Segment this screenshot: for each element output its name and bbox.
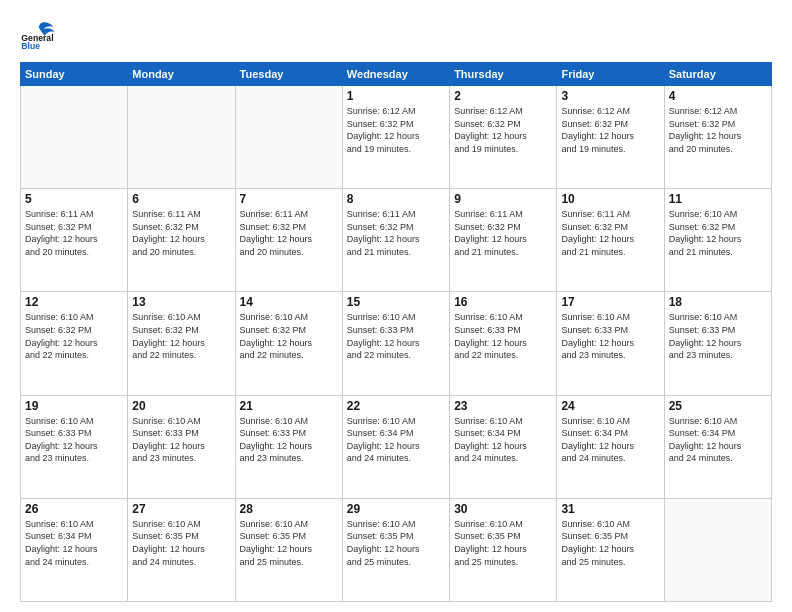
day-cell-27: 27Sunrise: 6:10 AM Sunset: 6:35 PM Dayli…: [128, 498, 235, 601]
day-number: 22: [347, 399, 445, 413]
logo: General Blue: [20, 16, 60, 52]
day-info: Sunrise: 6:10 AM Sunset: 6:34 PM Dayligh…: [25, 518, 123, 568]
day-info: Sunrise: 6:10 AM Sunset: 6:34 PM Dayligh…: [347, 415, 445, 465]
empty-cell: [664, 498, 771, 601]
day-info: Sunrise: 6:11 AM Sunset: 6:32 PM Dayligh…: [347, 208, 445, 258]
day-cell-28: 28Sunrise: 6:10 AM Sunset: 6:35 PM Dayli…: [235, 498, 342, 601]
day-cell-22: 22Sunrise: 6:10 AM Sunset: 6:34 PM Dayli…: [342, 395, 449, 498]
day-cell-4: 4Sunrise: 6:12 AM Sunset: 6:32 PM Daylig…: [664, 86, 771, 189]
day-cell-2: 2Sunrise: 6:12 AM Sunset: 6:32 PM Daylig…: [450, 86, 557, 189]
week-row-4: 19Sunrise: 6:10 AM Sunset: 6:33 PM Dayli…: [21, 395, 772, 498]
day-number: 6: [132, 192, 230, 206]
day-cell-5: 5Sunrise: 6:11 AM Sunset: 6:32 PM Daylig…: [21, 189, 128, 292]
day-info: Sunrise: 6:10 AM Sunset: 6:32 PM Dayligh…: [240, 311, 338, 361]
day-info: Sunrise: 6:12 AM Sunset: 6:32 PM Dayligh…: [454, 105, 552, 155]
day-info: Sunrise: 6:11 AM Sunset: 6:32 PM Dayligh…: [561, 208, 659, 258]
day-cell-25: 25Sunrise: 6:10 AM Sunset: 6:34 PM Dayli…: [664, 395, 771, 498]
empty-cell: [235, 86, 342, 189]
day-info: Sunrise: 6:10 AM Sunset: 6:35 PM Dayligh…: [240, 518, 338, 568]
header: General Blue: [20, 16, 772, 52]
day-info: Sunrise: 6:10 AM Sunset: 6:33 PM Dayligh…: [347, 311, 445, 361]
week-row-2: 5Sunrise: 6:11 AM Sunset: 6:32 PM Daylig…: [21, 189, 772, 292]
day-cell-17: 17Sunrise: 6:10 AM Sunset: 6:33 PM Dayli…: [557, 292, 664, 395]
day-cell-11: 11Sunrise: 6:10 AM Sunset: 6:32 PM Dayli…: [664, 189, 771, 292]
day-number: 15: [347, 295, 445, 309]
day-info: Sunrise: 6:10 AM Sunset: 6:33 PM Dayligh…: [240, 415, 338, 465]
weekday-header-thursday: Thursday: [450, 63, 557, 86]
day-number: 7: [240, 192, 338, 206]
day-info: Sunrise: 6:10 AM Sunset: 6:35 PM Dayligh…: [454, 518, 552, 568]
day-cell-9: 9Sunrise: 6:11 AM Sunset: 6:32 PM Daylig…: [450, 189, 557, 292]
day-number: 26: [25, 502, 123, 516]
weekday-header-tuesday: Tuesday: [235, 63, 342, 86]
day-info: Sunrise: 6:10 AM Sunset: 6:33 PM Dayligh…: [454, 311, 552, 361]
day-info: Sunrise: 6:10 AM Sunset: 6:33 PM Dayligh…: [25, 415, 123, 465]
day-info: Sunrise: 6:10 AM Sunset: 6:32 PM Dayligh…: [132, 311, 230, 361]
weekday-header-monday: Monday: [128, 63, 235, 86]
day-cell-7: 7Sunrise: 6:11 AM Sunset: 6:32 PM Daylig…: [235, 189, 342, 292]
day-info: Sunrise: 6:10 AM Sunset: 6:32 PM Dayligh…: [25, 311, 123, 361]
day-cell-8: 8Sunrise: 6:11 AM Sunset: 6:32 PM Daylig…: [342, 189, 449, 292]
svg-text:Blue: Blue: [21, 41, 40, 51]
weekday-header-row: SundayMondayTuesdayWednesdayThursdayFrid…: [21, 63, 772, 86]
day-number: 9: [454, 192, 552, 206]
day-number: 5: [25, 192, 123, 206]
weekday-header-sunday: Sunday: [21, 63, 128, 86]
day-cell-19: 19Sunrise: 6:10 AM Sunset: 6:33 PM Dayli…: [21, 395, 128, 498]
day-number: 11: [669, 192, 767, 206]
day-number: 1: [347, 89, 445, 103]
week-row-5: 26Sunrise: 6:10 AM Sunset: 6:34 PM Dayli…: [21, 498, 772, 601]
logo-icon: General Blue: [20, 16, 60, 52]
weekday-header-saturday: Saturday: [664, 63, 771, 86]
day-cell-6: 6Sunrise: 6:11 AM Sunset: 6:32 PM Daylig…: [128, 189, 235, 292]
day-number: 20: [132, 399, 230, 413]
day-info: Sunrise: 6:10 AM Sunset: 6:33 PM Dayligh…: [132, 415, 230, 465]
day-number: 30: [454, 502, 552, 516]
day-info: Sunrise: 6:10 AM Sunset: 6:34 PM Dayligh…: [561, 415, 659, 465]
day-cell-26: 26Sunrise: 6:10 AM Sunset: 6:34 PM Dayli…: [21, 498, 128, 601]
day-number: 27: [132, 502, 230, 516]
day-number: 31: [561, 502, 659, 516]
day-cell-10: 10Sunrise: 6:11 AM Sunset: 6:32 PM Dayli…: [557, 189, 664, 292]
day-number: 28: [240, 502, 338, 516]
day-number: 13: [132, 295, 230, 309]
day-info: Sunrise: 6:12 AM Sunset: 6:32 PM Dayligh…: [669, 105, 767, 155]
day-info: Sunrise: 6:10 AM Sunset: 6:34 PM Dayligh…: [454, 415, 552, 465]
day-cell-15: 15Sunrise: 6:10 AM Sunset: 6:33 PM Dayli…: [342, 292, 449, 395]
day-info: Sunrise: 6:12 AM Sunset: 6:32 PM Dayligh…: [347, 105, 445, 155]
day-number: 19: [25, 399, 123, 413]
day-number: 14: [240, 295, 338, 309]
day-info: Sunrise: 6:10 AM Sunset: 6:32 PM Dayligh…: [669, 208, 767, 258]
day-number: 10: [561, 192, 659, 206]
calendar-table: SundayMondayTuesdayWednesdayThursdayFrid…: [20, 62, 772, 602]
day-info: Sunrise: 6:10 AM Sunset: 6:35 PM Dayligh…: [132, 518, 230, 568]
day-info: Sunrise: 6:11 AM Sunset: 6:32 PM Dayligh…: [25, 208, 123, 258]
day-number: 24: [561, 399, 659, 413]
day-number: 16: [454, 295, 552, 309]
day-info: Sunrise: 6:11 AM Sunset: 6:32 PM Dayligh…: [240, 208, 338, 258]
day-cell-24: 24Sunrise: 6:10 AM Sunset: 6:34 PM Dayli…: [557, 395, 664, 498]
day-cell-21: 21Sunrise: 6:10 AM Sunset: 6:33 PM Dayli…: [235, 395, 342, 498]
day-info: Sunrise: 6:12 AM Sunset: 6:32 PM Dayligh…: [561, 105, 659, 155]
week-row-1: 1Sunrise: 6:12 AM Sunset: 6:32 PM Daylig…: [21, 86, 772, 189]
day-info: Sunrise: 6:10 AM Sunset: 6:35 PM Dayligh…: [347, 518, 445, 568]
day-info: Sunrise: 6:10 AM Sunset: 6:35 PM Dayligh…: [561, 518, 659, 568]
day-number: 3: [561, 89, 659, 103]
day-number: 12: [25, 295, 123, 309]
empty-cell: [21, 86, 128, 189]
weekday-header-wednesday: Wednesday: [342, 63, 449, 86]
day-cell-31: 31Sunrise: 6:10 AM Sunset: 6:35 PM Dayli…: [557, 498, 664, 601]
page: General Blue SundayMondayTuesdayWednesda…: [0, 0, 792, 612]
day-info: Sunrise: 6:11 AM Sunset: 6:32 PM Dayligh…: [132, 208, 230, 258]
day-cell-12: 12Sunrise: 6:10 AM Sunset: 6:32 PM Dayli…: [21, 292, 128, 395]
day-info: Sunrise: 6:11 AM Sunset: 6:32 PM Dayligh…: [454, 208, 552, 258]
week-row-3: 12Sunrise: 6:10 AM Sunset: 6:32 PM Dayli…: [21, 292, 772, 395]
day-cell-18: 18Sunrise: 6:10 AM Sunset: 6:33 PM Dayli…: [664, 292, 771, 395]
day-cell-16: 16Sunrise: 6:10 AM Sunset: 6:33 PM Dayli…: [450, 292, 557, 395]
day-number: 2: [454, 89, 552, 103]
day-number: 8: [347, 192, 445, 206]
day-cell-13: 13Sunrise: 6:10 AM Sunset: 6:32 PM Dayli…: [128, 292, 235, 395]
day-number: 4: [669, 89, 767, 103]
day-number: 29: [347, 502, 445, 516]
day-cell-23: 23Sunrise: 6:10 AM Sunset: 6:34 PM Dayli…: [450, 395, 557, 498]
